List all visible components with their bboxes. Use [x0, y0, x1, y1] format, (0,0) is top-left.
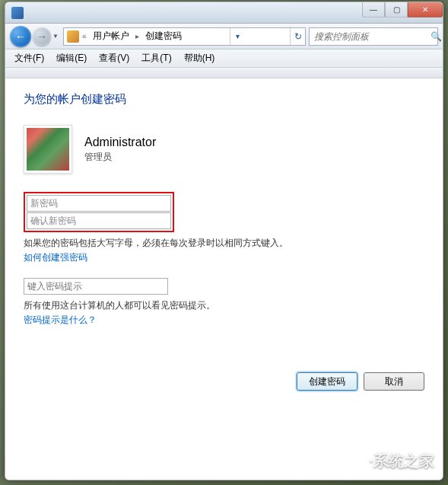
cancel-button[interactable]: 取消 [364, 372, 424, 391]
close-button[interactable]: ✕ [408, 2, 443, 18]
strong-password-link[interactable]: 如何创建强密码 [24, 251, 424, 264]
password-fields-highlight [24, 192, 174, 232]
toolbar-strip [5, 68, 443, 78]
account-name: Administrator [84, 136, 156, 149]
user-accounts-icon [67, 30, 79, 43]
hint-block: 所有使用这台计算机的人都可以看见密码提示。 密码提示是什么？ [24, 278, 424, 327]
breadcrumb-create-password[interactable]: 创建密码 [142, 30, 185, 43]
new-password-input[interactable] [27, 195, 171, 212]
menu-edit[interactable]: 编辑(E) [50, 49, 93, 67]
titlebar: — ▢ ✕ [5, 2, 443, 24]
content-area: 为您的帐户创建密码 Administrator 管理员 如果您的密码包括大写字母… [5, 78, 443, 480]
back-button[interactable]: ← [10, 26, 31, 47]
confirm-password-input[interactable] [27, 212, 171, 229]
address-dropdown[interactable]: ▾ [230, 28, 245, 45]
explorer-window: — ▢ ✕ ← → ▼ « 用户帐户 ▸ 创建密码 ▾ ↻ 🔍 文件(F) 编辑… [5, 2, 443, 480]
menu-view[interactable]: 查看(V) [93, 49, 135, 67]
breadcrumb-user-accounts[interactable]: 用户帐户 [90, 30, 132, 43]
breadcrumb-sep: ▸ [134, 32, 141, 40]
hint-help-link[interactable]: 密码提示是什么？ [24, 314, 424, 327]
forward-button[interactable]: → [33, 27, 51, 46]
refresh-button[interactable]: ↻ [290, 28, 305, 45]
address-bar[interactable]: « 用户帐户 ▸ 创建密码 ▾ ↻ [63, 27, 306, 46]
nav-buttons: ← → ▼ [10, 26, 60, 47]
avatar-image [27, 128, 69, 171]
password-hint-input[interactable] [24, 278, 168, 295]
menu-tools[interactable]: 工具(T) [135, 49, 177, 67]
watermark-text: ·系统之家 [369, 451, 434, 471]
maximize-button[interactable]: ▢ [385, 2, 408, 18]
minimize-button[interactable]: — [362, 2, 385, 18]
window-controls: — ▢ ✕ [362, 2, 443, 23]
menu-file[interactable]: 文件(F) [8, 49, 50, 67]
search-bar[interactable]: 🔍 [309, 27, 438, 46]
breadcrumb-root-sep: « [81, 32, 88, 40]
search-icon[interactable]: 🔍 [431, 31, 442, 42]
caps-note: 如果您的密码包括大写字母，必须在每次登录时以相同方式键入。 [24, 237, 424, 250]
button-row: 创建密码 取消 [24, 372, 424, 391]
account-info: Administrator 管理员 [24, 125, 424, 174]
page-title: 为您的帐户创建密码 [24, 92, 424, 107]
nav-row: ← → ▼ « 用户帐户 ▸ 创建密码 ▾ ↻ 🔍 [5, 24, 443, 49]
avatar [24, 125, 72, 174]
menu-help[interactable]: 帮助(H) [178, 49, 221, 67]
search-input[interactable] [313, 30, 431, 43]
titlebar-left [11, 2, 24, 23]
watermark: ·系统之家 [343, 450, 434, 471]
control-panel-icon [11, 7, 24, 19]
account-type: 管理员 [84, 151, 156, 164]
watermark-house-icon [343, 450, 364, 471]
account-text: Administrator 管理员 [84, 136, 156, 164]
history-dropdown[interactable]: ▼ [51, 30, 60, 43]
hint-note: 所有使用这台计算机的人都可以看见密码提示。 [24, 299, 424, 312]
menubar: 文件(F) 编辑(E) 查看(V) 工具(T) 帮助(H) [5, 49, 443, 68]
create-password-button[interactable]: 创建密码 [297, 372, 357, 391]
